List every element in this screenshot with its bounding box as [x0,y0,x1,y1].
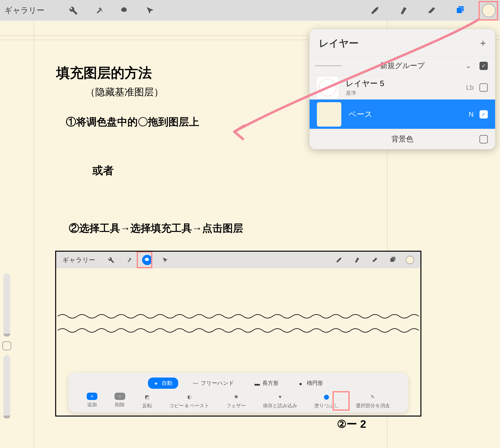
truncation-wave [58,327,419,334]
modify-button[interactable] [2,341,11,350]
inset-color-swatch[interactable] [406,256,414,264]
selection-toolbar: ✦自動 〰フリーハンド ▬長方形 ●楕円形 +追加 −削除 ◩反転 ◐コピー &… [68,373,408,413]
heart-icon: ♥ [276,393,284,401]
copy-icon: ◐ [185,393,193,401]
tutorial-subtitle: （隐藏基准图层） [86,85,164,99]
highlight-selection-tool [137,251,152,268]
cursor-icon[interactable] [143,4,157,17]
sel-copy-paste-button[interactable]: ◐コピー & ペースト [169,393,209,409]
inset-layers-icon[interactable] [388,255,398,265]
wrench-icon[interactable] [66,4,80,17]
brush-opacity-slider[interactable] [3,355,10,418]
sel-save-load-button[interactable]: ♥保存と読み込み [263,393,297,409]
inset-brush-icon[interactable] [333,255,344,265]
highlight-fill-button [332,391,350,411]
inset-smudge-icon[interactable] [352,255,362,265]
feather-icon: ✺ [232,393,240,401]
truncation-wave [58,313,419,320]
tutorial-step2: ②选择工具→选择填充工具→点击图层 [69,222,243,235]
tutorial-title: 填充图层的方法 [56,64,152,82]
sel-mode-freehand[interactable]: 〰フリーハンド [187,378,240,389]
inset-cursor-icon[interactable] [160,255,171,265]
sel-invert-button[interactable]: ◩反転 [142,393,152,409]
sel-mode-auto[interactable]: ✦自動 [148,378,178,389]
inset-gallery-button[interactable]: ギャラリー [63,256,95,264]
sel-remove-button[interactable]: −削除 [115,393,125,409]
sel-feather-button[interactable]: ✺フェザー [226,393,246,409]
sel-mode-rect[interactable]: ▬長方形 [249,378,284,389]
arrow-1 [220,15,488,142]
sparkle-icon: ✦ [154,381,159,385]
left-sidebar-sliders [1,273,13,423]
tutorial-step1: ①将调色盘中的〇拖到图层上 [66,115,199,129]
selection-icon[interactable] [118,4,131,17]
rect-icon: ▬ [255,381,259,385]
minus-icon: − [115,393,125,400]
inset-wrench-icon[interactable] [106,255,116,265]
sel-mode-ellipse[interactable]: ●楕円形 [293,378,329,389]
brush-size-slider[interactable] [3,273,10,336]
invert-icon: ◩ [143,393,151,401]
annotation-2-2: ②ー 2 [337,417,366,432]
ellipse-icon: ● [299,381,304,385]
clear-icon: ✎ [369,393,377,401]
tutorial-or: 或者 [92,163,114,178]
freehand-icon: 〰 [193,381,198,385]
gallery-button[interactable]: ギャラリー [4,5,44,16]
inset-wand-icon[interactable] [124,255,134,265]
inset-eraser-icon[interactable] [370,255,380,265]
wand-icon[interactable] [92,4,105,17]
inset-toolbar: ギャラリー [56,252,420,268]
fill-icon: ⬤ [322,393,330,401]
sel-clear-button[interactable]: ✎選択部分を消去 [356,393,390,409]
plus-icon: + [87,393,97,400]
sel-add-button[interactable]: +追加 [87,393,97,409]
guide-vertical [34,21,34,448]
